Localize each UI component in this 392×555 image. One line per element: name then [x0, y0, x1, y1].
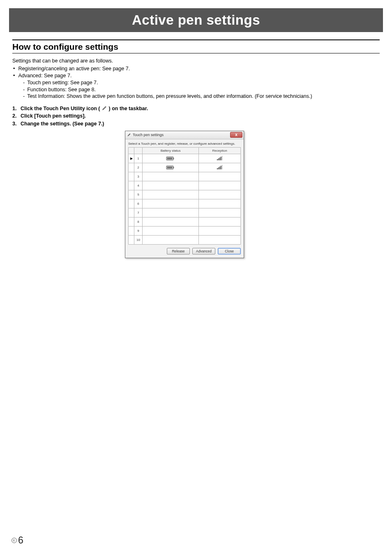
row-selector [129, 217, 134, 226]
svg-rect-5 [167, 157, 168, 159]
step-3: 3. Change the settings. (See page 7.) [12, 120, 380, 127]
dialog-body: Select a Touch pen, and register, releas… [125, 139, 244, 258]
battery-cell [143, 154, 199, 163]
battery-cell [143, 181, 199, 190]
sub-bullet-list: Touch pen setting: See page 7. Function … [12, 79, 380, 100]
step-number: 3. [12, 120, 21, 127]
step-2: 2. Click [Touch pen settings]. [12, 112, 380, 120]
reception-cell [199, 154, 241, 163]
edition-mark: E [12, 538, 17, 543]
battery-cell [143, 226, 199, 235]
dialog-titlebar: Touch pen settings x [125, 131, 244, 139]
battery-cell [143, 217, 199, 226]
page-title: Active pen settings [132, 12, 260, 28]
row-index: 7 [134, 208, 143, 217]
reception-cell [199, 190, 241, 199]
page-footer: E 6 [12, 535, 23, 546]
step-1-text-b: ) on the taskbar. [109, 106, 148, 111]
svg-rect-7 [170, 157, 171, 159]
pen-icon [101, 105, 107, 111]
row-index: 9 [134, 226, 143, 235]
reception-cell [199, 226, 241, 235]
intro-text: Settings that can be changed are as foll… [12, 58, 380, 65]
steps-list: 1. Click the Touch Pen Utility icon ( ) … [12, 105, 380, 127]
reception-cell [199, 217, 241, 226]
step-number: 2. [12, 112, 21, 120]
section-heading: How to configure settings [12, 39, 380, 53]
col-reception: Reception [199, 147, 241, 154]
battery-cell [143, 208, 199, 217]
battery-cell [143, 190, 199, 199]
sub-bullet-item: Function buttons: See page 8. [23, 86, 380, 93]
col-battery: Battery status [143, 147, 199, 154]
row-selector [129, 226, 134, 235]
bullet-list: Registering/canceling an active pen: See… [12, 65, 380, 79]
reception-cell [199, 181, 241, 190]
close-icon[interactable]: x [230, 132, 242, 138]
table-row[interactable]: 7 [129, 208, 241, 217]
reception-cell [199, 172, 241, 181]
bullet-item: Advanced: See page 7. [13, 72, 380, 79]
table-row[interactable]: 3 [129, 172, 241, 181]
table-row[interactable]: 10 [129, 235, 241, 244]
content-area: How to configure settings Settings that … [12, 39, 380, 258]
dialog-description: Select a Touch pen, and register, releas… [128, 142, 241, 146]
row-index: 1 [134, 154, 143, 163]
row-index: 10 [134, 235, 143, 244]
row-selector: ▶ [129, 154, 134, 163]
svg-marker-2 [128, 134, 131, 136]
release-button[interactable]: Release [167, 248, 190, 254]
dialog-title-text: Touch pen settings [133, 133, 164, 137]
svg-rect-4 [173, 157, 174, 159]
table-row[interactable]: 4 [129, 181, 241, 190]
table-row[interactable]: 9 [129, 226, 241, 235]
step-number: 1. [12, 105, 21, 112]
table-row[interactable]: ▶1 [129, 154, 241, 163]
step-1: 1. Click the Touch Pen Utility icon ( ) … [12, 105, 380, 112]
step-text: Click the Touch Pen Utility icon ( ) on … [21, 105, 148, 112]
table-row[interactable]: 6 [129, 199, 241, 208]
sub-bullet-item: Test Information: Shows the active pen f… [23, 93, 380, 100]
row-index: 5 [134, 190, 143, 199]
row-selector [129, 172, 134, 181]
table-row[interactable]: 8 [129, 217, 241, 226]
row-index: 4 [134, 181, 143, 190]
reception-cell [199, 163, 241, 172]
page-number: 6 [18, 535, 23, 546]
row-selector [129, 181, 134, 190]
row-selector [129, 199, 134, 208]
step-text: Click [Touch pen settings]. [21, 112, 86, 120]
battery-cell [143, 199, 199, 208]
advanced-button[interactable]: Advanced [192, 248, 215, 254]
svg-rect-6 [168, 157, 170, 159]
pen-icon [127, 133, 131, 137]
table-header-row: Battery status Reception [129, 147, 241, 154]
battery-cell [143, 172, 199, 181]
battery-cell [143, 235, 199, 244]
touch-pen-settings-dialog: Touch pen settings x Select a Touch pen,… [125, 131, 244, 258]
row-selector [129, 235, 134, 244]
row-selector [129, 190, 134, 199]
row-selector [129, 208, 134, 217]
row-index: 3 [134, 172, 143, 181]
svg-rect-8 [171, 157, 173, 159]
svg-rect-12 [168, 166, 170, 168]
reception-cell [199, 199, 241, 208]
battery-cell [143, 163, 199, 172]
step-1-text-a: Click the Touch Pen Utility icon ( [21, 106, 100, 111]
reception-cell [199, 235, 241, 244]
close-button[interactable]: Close [218, 248, 241, 254]
bullet-item: Registering/canceling an active pen: See… [13, 65, 380, 72]
sub-bullet-item: Touch pen setting: See page 7. [23, 79, 380, 86]
dialog-button-row: Release Advanced Close [128, 248, 241, 254]
svg-rect-10 [173, 166, 174, 168]
row-selector [129, 163, 134, 172]
svg-rect-13 [170, 166, 171, 168]
row-index: 8 [134, 217, 143, 226]
col-index [134, 147, 143, 154]
col-select [129, 147, 134, 154]
page-title-bar: Active pen settings [9, 8, 383, 32]
svg-rect-14 [171, 166, 173, 168]
table-row[interactable]: 2 [129, 163, 241, 172]
table-row[interactable]: 5 [129, 190, 241, 199]
